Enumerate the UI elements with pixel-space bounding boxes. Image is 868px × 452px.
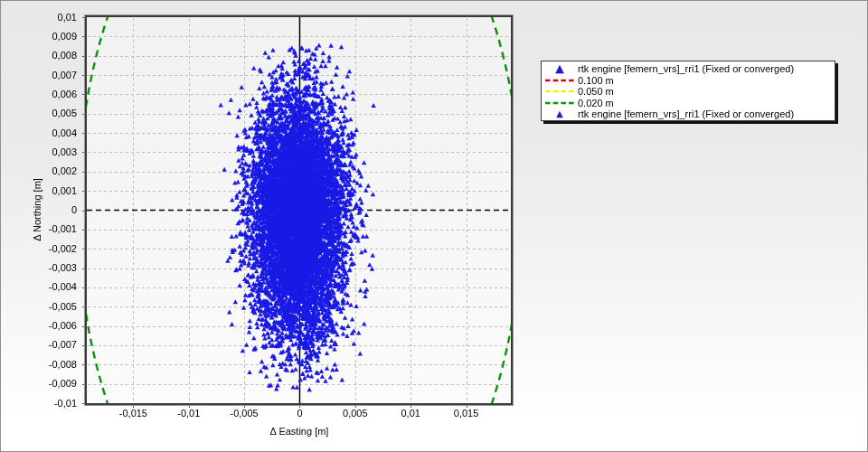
legend-triangle-marker-icon: [542, 64, 578, 74]
legend-triangle-marker-icon: [542, 109, 578, 119]
legend-dash-swatch-icon: [542, 77, 578, 84]
legend: rtk engine [femern_vrs]_rri1 (Fixed or c…: [541, 61, 835, 121]
legend-item-label: rtk engine [femern_vrs]_rri1 (Fixed or c…: [578, 63, 794, 74]
legend-item: rtk engine [femern_vrs]_rri1 (Fixed or c…: [542, 108, 835, 120]
legend-item-label: 0.050 m: [578, 86, 614, 97]
legend-dash-swatch-icon: [542, 88, 578, 95]
legend-item-label: rtk engine [femern_vrs]_rri1 (Fixed or c…: [578, 108, 794, 119]
legend-item-label: 0.100 m: [578, 75, 614, 86]
legend-dash-swatch-icon: [542, 99, 578, 107]
legend-item: 0.050 m: [542, 86, 835, 98]
legend-item: rtk engine [femern_vrs]_rri1 (Fixed or c…: [542, 63, 835, 75]
legend-item: 0.100 m: [542, 75, 835, 87]
legend-item-label: 0.020 m: [578, 98, 614, 108]
legend-item: 0.020 m: [542, 98, 835, 109]
scatter-plot-window: Δ Northing [m] Δ Easting [m] 0,010,0090,…: [0, 0, 868, 452]
legend-rows: rtk engine [femern_vrs]_rri1 (Fixed or c…: [542, 63, 835, 120]
